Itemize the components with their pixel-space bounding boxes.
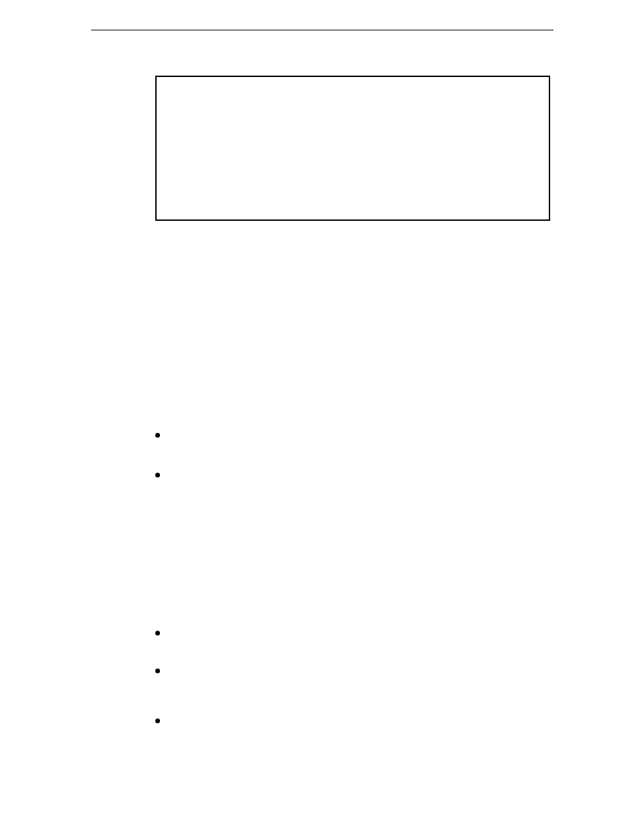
- list-item: [155, 664, 173, 678]
- boxed-region: [155, 76, 550, 221]
- list-item: [155, 429, 173, 442]
- list-item: [155, 469, 173, 482]
- page-container: [91, 30, 554, 30]
- list-item: [155, 714, 173, 728]
- list-item: [155, 627, 173, 640]
- bullet-list-a: [155, 429, 173, 482]
- bullet-list-b: [155, 627, 173, 728]
- header-rule: [91, 30, 554, 30]
